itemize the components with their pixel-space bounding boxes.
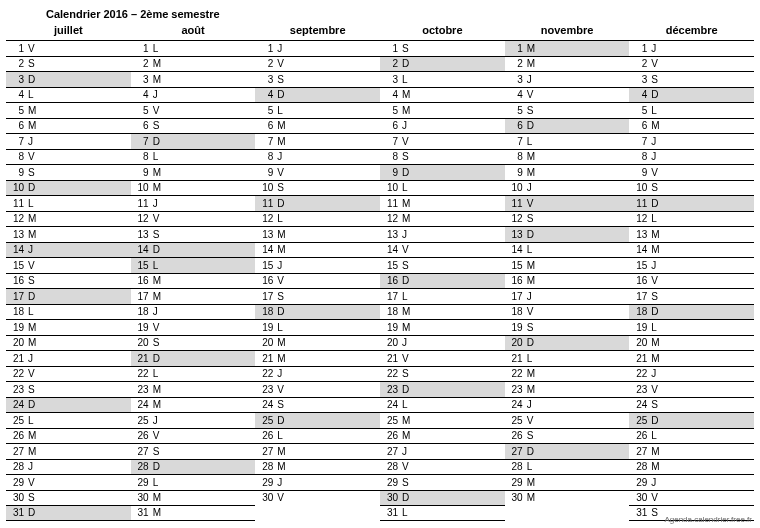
day-row: 19V bbox=[131, 319, 256, 335]
day-number: 27 bbox=[384, 446, 402, 457]
day-number: 7 bbox=[135, 136, 153, 147]
day-letter: L bbox=[153, 43, 167, 54]
day-row: 10S bbox=[255, 180, 380, 196]
day-letter: V bbox=[153, 430, 167, 441]
day-letter: S bbox=[28, 167, 42, 178]
day-number: 2 bbox=[10, 58, 28, 69]
day-letter: S bbox=[402, 368, 416, 379]
day-number: 3 bbox=[259, 74, 277, 85]
day-row: 7M bbox=[255, 133, 380, 149]
day-letter: D bbox=[527, 229, 541, 240]
day-row: 1M bbox=[505, 40, 630, 56]
day-row: 12S bbox=[505, 211, 630, 227]
day-number: 8 bbox=[259, 151, 277, 162]
day-number: 17 bbox=[633, 291, 651, 302]
day-number: 7 bbox=[384, 136, 402, 147]
day-row: 15L bbox=[131, 257, 256, 273]
day-letter: J bbox=[651, 43, 665, 54]
day-letter: S bbox=[651, 74, 665, 85]
day-row: 23V bbox=[255, 381, 380, 397]
day-letter: M bbox=[28, 322, 42, 333]
day-row: 25J bbox=[131, 412, 256, 428]
day-letter: V bbox=[651, 58, 665, 69]
day-letter: D bbox=[153, 353, 167, 364]
day-row: 28M bbox=[629, 459, 754, 475]
day-number: 2 bbox=[384, 58, 402, 69]
day-row: 15J bbox=[629, 257, 754, 273]
day-letter: S bbox=[277, 291, 291, 302]
month-column: novembre1M2M3J4V5S6D7L8M9M10J11V12S13D14… bbox=[505, 22, 630, 521]
day-number: 6 bbox=[135, 120, 153, 131]
day-row: 12M bbox=[6, 211, 131, 227]
day-row: 26M bbox=[380, 428, 505, 444]
day-letter: L bbox=[527, 136, 541, 147]
day-number: 6 bbox=[259, 120, 277, 131]
day-number: 24 bbox=[135, 399, 153, 410]
day-number: 14 bbox=[384, 244, 402, 255]
day-number: 28 bbox=[259, 461, 277, 472]
day-letter: D bbox=[277, 198, 291, 209]
day-row: 5M bbox=[380, 102, 505, 118]
day-letter: M bbox=[277, 229, 291, 240]
day-number: 10 bbox=[10, 182, 28, 193]
day-number: 11 bbox=[633, 198, 651, 209]
day-number: 16 bbox=[633, 275, 651, 286]
day-number: 10 bbox=[259, 182, 277, 193]
day-letter: M bbox=[402, 415, 416, 426]
day-number: 1 bbox=[509, 43, 527, 54]
day-row: 4J bbox=[131, 87, 256, 103]
day-letter: V bbox=[651, 384, 665, 395]
day-number: 20 bbox=[259, 337, 277, 348]
day-letter: J bbox=[277, 260, 291, 271]
day-letter: L bbox=[651, 430, 665, 441]
day-letter: J bbox=[153, 306, 167, 317]
day-row: 17S bbox=[629, 288, 754, 304]
day-letter: V bbox=[651, 167, 665, 178]
day-letter: J bbox=[153, 415, 167, 426]
day-letter: L bbox=[28, 415, 42, 426]
day-letter: D bbox=[402, 492, 416, 503]
day-number: 16 bbox=[509, 275, 527, 286]
day-letter: J bbox=[277, 368, 291, 379]
month-header: juillet bbox=[6, 22, 131, 40]
day-number: 16 bbox=[135, 275, 153, 286]
day-number: 14 bbox=[259, 244, 277, 255]
day-letter: J bbox=[28, 136, 42, 147]
day-letter: V bbox=[527, 415, 541, 426]
day-letter: V bbox=[277, 275, 291, 286]
day-row: 18D bbox=[629, 304, 754, 320]
day-letter: D bbox=[28, 399, 42, 410]
day-number: 14 bbox=[135, 244, 153, 255]
day-number: 18 bbox=[633, 306, 651, 317]
day-row: 8J bbox=[255, 149, 380, 165]
day-letter: M bbox=[527, 384, 541, 395]
day-number: 20 bbox=[633, 337, 651, 348]
day-number: 28 bbox=[384, 461, 402, 472]
day-row: 21L bbox=[505, 350, 630, 366]
day-row: 3S bbox=[255, 71, 380, 87]
day-row: 17M bbox=[131, 288, 256, 304]
day-letter: S bbox=[28, 275, 42, 286]
day-row: 27J bbox=[380, 443, 505, 459]
day-letter: J bbox=[527, 74, 541, 85]
day-letter: J bbox=[651, 260, 665, 271]
day-row: 10D bbox=[6, 180, 131, 196]
day-letter: J bbox=[28, 461, 42, 472]
day-row: 18M bbox=[380, 304, 505, 320]
day-row: 15M bbox=[505, 257, 630, 273]
day-number: 14 bbox=[633, 244, 651, 255]
month-column: décembre1J2V3S4D5L6M7J8J9V10S11D12L13M14… bbox=[629, 22, 754, 521]
day-letter: S bbox=[28, 492, 42, 503]
day-number: 19 bbox=[10, 322, 28, 333]
day-row: 30M bbox=[131, 490, 256, 506]
day-letter: L bbox=[402, 291, 416, 302]
day-letter: L bbox=[28, 89, 42, 100]
day-row: 20J bbox=[380, 335, 505, 351]
day-letter: L bbox=[153, 477, 167, 488]
day-number: 22 bbox=[10, 368, 28, 379]
day-row: 14M bbox=[629, 242, 754, 258]
day-letter: J bbox=[651, 136, 665, 147]
day-number: 22 bbox=[259, 368, 277, 379]
day-letter: M bbox=[153, 384, 167, 395]
day-number: 5 bbox=[633, 105, 651, 116]
